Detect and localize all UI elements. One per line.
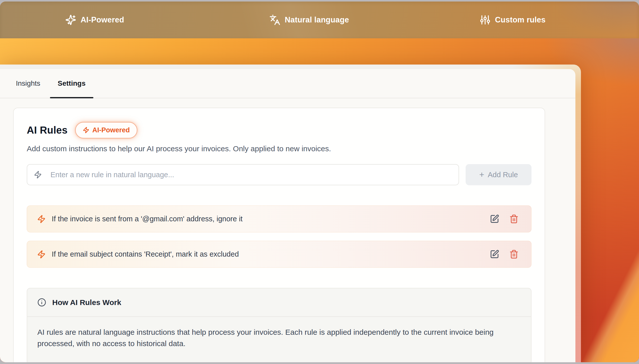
- rule-text: If the email subject contains 'Receipt',…: [52, 250, 239, 258]
- info-title: How AI Rules Work: [52, 298, 121, 307]
- plus-icon: +: [479, 170, 484, 179]
- page-title: AI Rules: [27, 125, 68, 136]
- rule-input-wrap: [27, 164, 459, 185]
- banner-feature-natural-language: Natural language: [269, 2, 349, 38]
- languages-icon: [269, 14, 280, 25]
- sparkles-icon: [65, 14, 76, 25]
- bolt-icon: [37, 250, 46, 259]
- card-description: Add custom instructions to help our AI p…: [27, 144, 531, 153]
- tab-insights[interactable]: Insights: [8, 69, 48, 98]
- new-rule-input[interactable]: [27, 164, 459, 185]
- window-content: Insights Settings AI Rules AI-Powered: [0, 69, 575, 362]
- add-rule-label: Add Rule: [488, 171, 518, 179]
- ai-rules-card: AI Rules AI-Powered Add custom instructi…: [13, 108, 545, 362]
- tab-label: Settings: [58, 79, 86, 87]
- badge-label: AI-Powered: [92, 126, 130, 134]
- bolt-icon: [83, 127, 89, 133]
- trash-icon: [509, 214, 519, 224]
- sliders-icon: [480, 14, 491, 25]
- bolt-icon: [37, 215, 46, 223]
- screenshot-frame: AI-Powered Natural language Custom rules…: [0, 2, 639, 362]
- info-header: How AI Rules Work: [27, 288, 531, 317]
- delete-rule-button[interactable]: [509, 250, 519, 259]
- edit-icon: [490, 250, 499, 259]
- ai-powered-badge: AI-Powered: [75, 122, 138, 138]
- rules-list: If the invoice is sent from a '@gmail.co…: [27, 205, 531, 268]
- trash-icon: [509, 250, 519, 259]
- how-rules-work-box: How AI Rules Work AI rules are natural l…: [27, 288, 531, 362]
- banner-feature-ai-powered: AI-Powered: [65, 2, 124, 38]
- card-header: AI Rules AI-Powered: [27, 122, 531, 138]
- rule-row: If the email subject contains 'Receipt',…: [27, 241, 531, 268]
- window-top-edge: [0, 65, 568, 69]
- add-rule-button[interactable]: + Add Rule: [466, 164, 531, 185]
- info-icon: [37, 298, 46, 307]
- tab-settings[interactable]: Settings: [50, 69, 93, 98]
- feature-banner: AI-Powered Natural language Custom rules: [0, 2, 639, 38]
- rule-actions: [490, 250, 519, 259]
- rule-text: If the invoice is sent from a '@gmail.co…: [52, 215, 243, 223]
- banner-feature-label: Custom rules: [495, 15, 546, 24]
- banner-feature-custom-rules: Custom rules: [480, 2, 546, 38]
- tab-bar: Insights Settings: [0, 69, 575, 98]
- rule-row: If the invoice is sent from a '@gmail.co…: [27, 205, 531, 232]
- info-body: AI rules are natural language instructio…: [27, 317, 522, 362]
- rule-actions: [490, 214, 519, 224]
- add-rule-row: + Add Rule: [27, 164, 531, 185]
- edit-icon: [490, 214, 499, 224]
- edit-rule-button[interactable]: [490, 214, 499, 224]
- app-window: Insights Settings AI Rules AI-Powered: [0, 65, 581, 362]
- tab-label: Insights: [16, 79, 40, 87]
- banner-feature-label: AI-Powered: [81, 15, 124, 24]
- banner-feature-label: Natural language: [285, 15, 349, 24]
- delete-rule-button[interactable]: [509, 214, 519, 224]
- edit-rule-button[interactable]: [490, 250, 499, 259]
